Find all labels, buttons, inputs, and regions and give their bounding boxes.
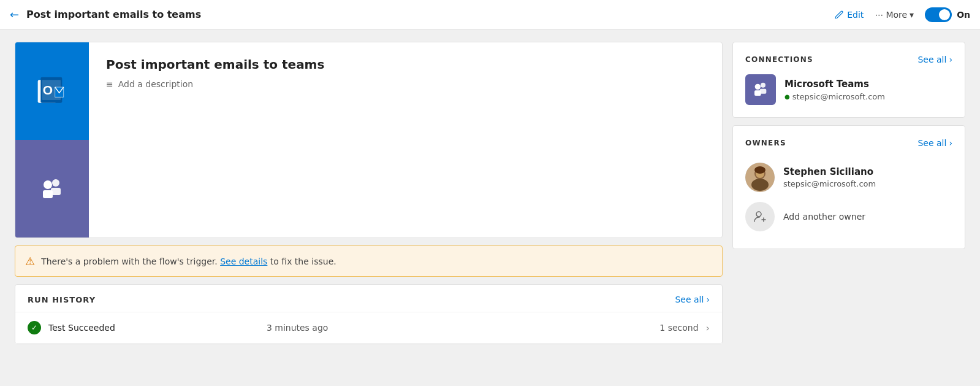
run-status-text: Test Succeeded: [48, 323, 159, 333]
owners-see-all-label: See all: [917, 138, 946, 148]
topbar-actions: Edit ⋯ More ▾ On: [834, 7, 970, 22]
owners-see-all[interactable]: See all ›: [917, 138, 952, 148]
connection-name: Microsoft Teams: [784, 79, 885, 90]
svg-point-4: [52, 179, 59, 187]
connection-info: Microsoft Teams ● stepsic@microsoft.com: [784, 79, 885, 101]
page-title: Post important emails to teams: [26, 9, 827, 20]
add-owner-icon: [745, 202, 775, 231]
owner-name: Stephen Siciliano: [783, 166, 876, 177]
warning-banner: ⚠ There's a problem with the flow's trig…: [15, 245, 723, 277]
flow-toggle[interactable]: [925, 7, 952, 22]
owners-card: OWNERS See all ›: [732, 125, 965, 249]
main-layout: O Post important: [0, 29, 980, 357]
connections-header: CONNECTIONS See all ›: [745, 55, 952, 64]
owners-title: OWNERS: [745, 139, 786, 147]
svg-point-17: [756, 212, 761, 217]
connections-card: CONNECTIONS See all › Microsoft Teams: [732, 42, 965, 118]
left-panel: O Post important: [15, 42, 723, 344]
run-success-icon: ✓: [28, 321, 41, 334]
connection-email-text: stepsic@microsoft.com: [792, 92, 885, 101]
flow-card-title: Post important emails to teams: [106, 57, 324, 72]
owner-info: Stephen Siciliano stepsic@microsoft.com: [783, 166, 876, 188]
teams-connection-icon: [745, 74, 776, 105]
back-button[interactable]: ←: [10, 8, 19, 21]
run-history-see-all[interactable]: See all ›: [675, 295, 710, 304]
edit-icon: [834, 10, 844, 20]
description-lines-icon: ≡: [106, 79, 113, 89]
svg-point-6: [44, 180, 52, 189]
more-button[interactable]: ⋯ More ▾: [875, 10, 914, 20]
run-time: 3 minutes ago: [166, 323, 428, 333]
owner-avatar: [745, 163, 775, 192]
owners-chevron-icon: ›: [949, 138, 952, 148]
right-panel: CONNECTIONS See all › Microsoft Teams: [732, 42, 965, 344]
run-history-header: RUN HISTORY See all ›: [15, 285, 722, 312]
run-history-see-all-label: See all: [675, 295, 704, 304]
connections-see-all-label: See all: [917, 55, 946, 64]
see-details-link[interactable]: See details: [220, 257, 267, 266]
warning-triangle-icon: ⚠: [25, 255, 35, 268]
flow-card-content: Post important emails to teams ≡ Add a d…: [89, 42, 341, 237]
run-duration: 1 second: [436, 323, 698, 333]
run-history-row[interactable]: ✓ Test Succeeded 3 minutes ago 1 second …: [15, 312, 722, 344]
owner-email: stepsic@microsoft.com: [783, 179, 876, 188]
svg-point-14: [751, 179, 769, 191]
teams-svg-icon: [37, 174, 67, 204]
svg-text:O: O: [43, 82, 53, 96]
warning-text: There's a problem with the flow's trigge…: [41, 257, 336, 266]
topbar: ← Post important emails to teams Edit ⋯ …: [0, 0, 980, 29]
edit-button[interactable]: Edit: [834, 10, 864, 20]
add-owner-label: Add another owner: [783, 212, 865, 222]
description-placeholder: Add a description: [118, 79, 193, 89]
connection-email: ● stepsic@microsoft.com: [784, 92, 885, 101]
warning-text-after: to fix the issue.: [270, 257, 336, 266]
outlook-svg-icon: O: [35, 74, 69, 109]
teams-connection-svg: [751, 80, 770, 99]
flow-card: O Post important: [15, 42, 723, 238]
svg-point-10: [755, 84, 761, 90]
connection-check-icon: ●: [784, 93, 790, 100]
run-history-card: RUN HISTORY See all › ✓ Test Succeeded 3…: [15, 284, 723, 344]
connection-item: Microsoft Teams ● stepsic@microsoft.com: [745, 74, 952, 105]
owner-avatar-svg: [745, 163, 775, 192]
add-description-button[interactable]: ≡ Add a description: [106, 79, 324, 89]
svg-rect-11: [754, 90, 761, 96]
svg-rect-7: [43, 190, 53, 198]
connections-see-all[interactable]: See all ›: [917, 55, 952, 64]
toggle-wrapper: On: [925, 7, 970, 22]
warning-text-before: There's a problem with the flow's trigge…: [41, 257, 218, 266]
svg-point-8: [761, 83, 765, 88]
outlook-icon-block: O: [15, 42, 89, 140]
more-label: More: [886, 10, 907, 20]
owner-item: Stephen Siciliano stepsic@microsoft.com: [745, 158, 952, 197]
svg-point-16: [754, 166, 765, 174]
run-row-chevron-icon: ›: [706, 322, 710, 334]
flow-icons: O: [15, 42, 89, 237]
add-person-icon-svg: [753, 210, 767, 223]
edit-label: Edit: [847, 10, 864, 20]
more-dots-icon: ⋯: [875, 10, 883, 20]
chevron-down-icon: ▾: [910, 10, 914, 20]
owners-header: OWNERS See all ›: [745, 138, 952, 148]
run-history-chevron-icon: ›: [706, 295, 710, 304]
toggle-label: On: [957, 10, 970, 20]
teams-icon-block: [15, 140, 89, 237]
connections-chevron-icon: ›: [949, 55, 952, 64]
connections-title: CONNECTIONS: [745, 55, 813, 64]
add-owner-button[interactable]: Add another owner: [745, 197, 952, 236]
run-history-title: RUN HISTORY: [28, 295, 96, 304]
